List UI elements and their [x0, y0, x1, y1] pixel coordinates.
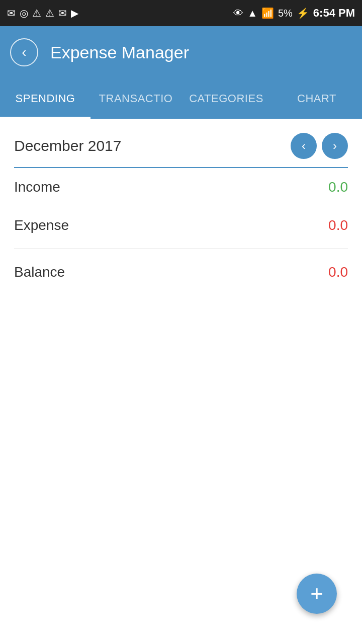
tab-chart[interactable]: CHART	[272, 78, 362, 119]
tab-transactions[interactable]: TRANSACTIO	[90, 78, 181, 119]
income-value: 0.0	[328, 179, 348, 195]
play-icon: ▶	[71, 7, 78, 19]
email-icon: ✉	[7, 7, 16, 19]
tab-categories[interactable]: CATEGORIES	[181, 78, 272, 119]
balance-value: 0.0	[328, 264, 348, 280]
tab-chart-label: CHART	[297, 92, 336, 105]
tab-bar: SPENDING TRANSACTIO CATEGORIES CHART	[0, 78, 362, 119]
income-row: Income 0.0	[0, 168, 362, 206]
tab-transactions-label: TRANSACTIO	[99, 92, 173, 105]
eye-icon: 👁	[233, 8, 243, 19]
email2-icon: ✉	[58, 7, 67, 19]
status-right-icons: 👁 ▲ 📶 5% ⚡ 6:54 PM	[233, 7, 355, 20]
app-title: Expense Manager	[50, 43, 189, 62]
status-left-icons: ✉ ◎ ⚠ ⚠ ✉ ▶	[7, 7, 78, 19]
balance-label: Balance	[14, 264, 65, 280]
prev-month-button[interactable]: ‹	[291, 133, 317, 159]
tab-spending[interactable]: SPENDING	[0, 78, 90, 119]
warning-icon-1: ⚠	[32, 7, 41, 19]
month-header: December 2017 ‹ ›	[0, 119, 362, 167]
battery-icon: ⚡	[297, 7, 309, 19]
income-label: Income	[14, 179, 60, 195]
back-arrow-icon: ‹	[22, 44, 26, 60]
add-icon: +	[310, 581, 323, 606]
sync-icon: ◎	[20, 7, 28, 19]
tab-categories-label: CATEGORIES	[189, 92, 263, 105]
main-content: December 2017 ‹ › Income 0.0 Expense 0.0…	[0, 119, 362, 291]
wifi-icon: ▲	[247, 8, 257, 19]
add-transaction-button[interactable]: +	[297, 574, 337, 614]
status-bar: ✉ ◎ ⚠ ⚠ ✉ ▶ 👁 ▲ 📶 5% ⚡ 6:54 PM	[0, 0, 362, 26]
tab-spending-label: SPENDING	[16, 92, 75, 105]
back-button[interactable]: ‹	[10, 38, 38, 66]
prev-month-icon: ‹	[302, 139, 306, 153]
expense-value: 0.0	[328, 217, 348, 233]
expense-label: Expense	[14, 217, 69, 233]
month-nav-buttons: ‹ ›	[291, 133, 348, 159]
next-month-button[interactable]: ›	[322, 133, 348, 159]
warning-icon-2: ⚠	[45, 7, 54, 19]
balance-divider	[14, 249, 348, 249]
app-bar: ‹ Expense Manager	[0, 26, 362, 78]
status-time: 6:54 PM	[313, 7, 355, 20]
balance-row: Balance 0.0	[0, 253, 362, 291]
month-label: December 2017	[14, 137, 121, 154]
expense-row: Expense 0.0	[0, 206, 362, 245]
battery-label: 5%	[278, 8, 293, 19]
next-month-icon: ›	[333, 139, 337, 153]
signal-icon: 📶	[261, 7, 274, 19]
